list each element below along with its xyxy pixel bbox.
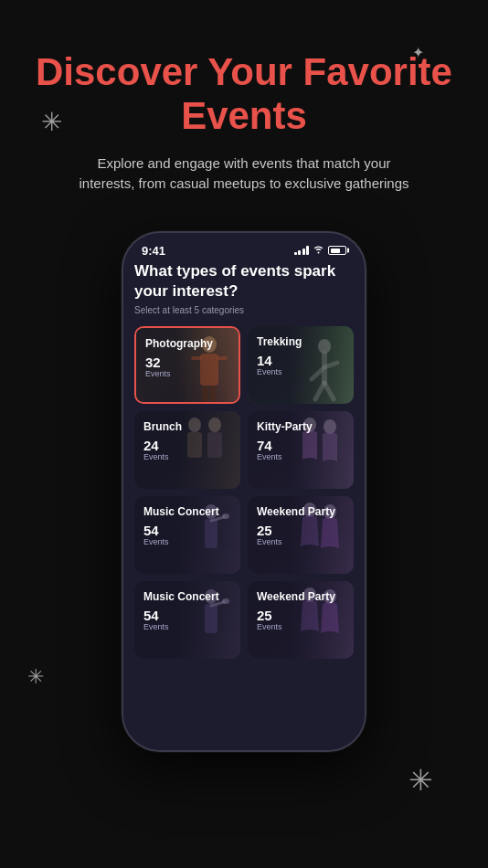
card-count-trekking: 14 <box>257 354 345 367</box>
card-label-kitty-party: Events <box>257 452 345 461</box>
card-name-music-concert-2: Music Concert <box>143 590 231 603</box>
star-decoration-3: ✳ <box>27 667 44 687</box>
card-name-photography: Photography <box>145 337 229 350</box>
status-time: 9:41 <box>142 244 165 258</box>
category-card-kitty-party[interactable]: Kitty-Party 74 Events <box>248 411 354 489</box>
card-count-brunch: 24 <box>143 439 231 452</box>
card-count-weekend-party-1: 25 <box>257 524 345 537</box>
status-icons <box>294 245 347 256</box>
category-card-weekend-party-1[interactable]: Weekend Party 25 Events <box>248 496 354 574</box>
page-header: Discover Your Favorite Events Explore an… <box>0 0 488 213</box>
card-name-weekend-party-2: Weekend Party <box>257 590 345 603</box>
battery-icon <box>328 246 346 255</box>
star-decoration-4: ✳ <box>408 766 433 795</box>
category-grid: Photography 32 Events <box>134 326 354 659</box>
page-subtitle: Explore and engage with events that matc… <box>75 153 413 195</box>
card-label-weekend-party-2: Events <box>257 622 345 631</box>
card-count-music-concert-1: 54 <box>143 524 231 537</box>
signal-bars-icon <box>294 246 310 255</box>
phone-screen: 9:41 <box>123 233 365 750</box>
screen-content: What types of events spark your interest… <box>123 261 365 750</box>
card-count-weekend-party-2: 25 <box>257 609 345 622</box>
screen-question: What types of events spark your interest… <box>134 261 354 302</box>
phone-mockup-wrapper: 9:41 <box>0 231 488 752</box>
card-label-music-concert-1: Events <box>143 537 231 546</box>
card-count-photography: 32 <box>145 355 229 369</box>
page-title: Discover Your Favorite Events <box>27 50 461 139</box>
card-name-trekking: Trekking <box>257 335 345 348</box>
star-decoration-2: ✳ <box>41 110 62 135</box>
card-count-kitty-party: 74 <box>257 439 345 452</box>
category-card-trekking[interactable]: Trekking 14 Events <box>248 326 354 404</box>
star-decoration-1: ✦ <box>412 46 424 60</box>
wifi-icon <box>313 245 324 256</box>
category-card-music-concert-1[interactable]: Music Concert 54 Events <box>134 496 240 574</box>
card-label-trekking: Events <box>257 367 345 376</box>
card-name-kitty-party: Kitty-Party <box>257 420 345 433</box>
card-name-weekend-party-1: Weekend Party <box>257 505 345 518</box>
category-card-brunch[interactable]: Brunch 24 Events <box>134 411 240 489</box>
card-label-weekend-party-1: Events <box>257 537 345 546</box>
card-label-brunch: Events <box>143 452 231 461</box>
card-label-music-concert-2: Events <box>143 622 231 631</box>
card-name-music-concert-1: Music Concert <box>143 505 231 518</box>
phone-mockup: 9:41 <box>122 231 366 752</box>
category-card-weekend-party-2[interactable]: Weekend Party 25 Events <box>248 581 354 659</box>
category-card-photography[interactable]: Photography 32 Events <box>134 326 240 404</box>
card-label-photography: Events <box>145 369 229 378</box>
category-card-music-concert-2[interactable]: Music Concert 54 Events <box>134 581 240 659</box>
card-count-music-concert-2: 54 <box>143 609 231 622</box>
card-name-brunch: Brunch <box>143 420 231 433</box>
screen-instruction: Select at least 5 categories <box>134 305 354 315</box>
phone-notch <box>203 233 285 253</box>
